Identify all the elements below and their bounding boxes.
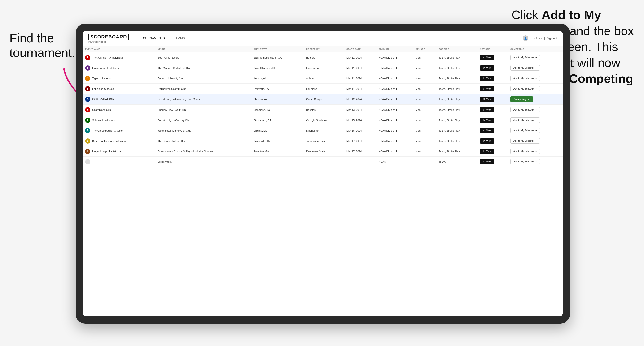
col-actions: ACTIONS xyxy=(478,46,508,52)
add-to-schedule-button[interactable]: Add to My Schedule + xyxy=(510,65,540,71)
sign-out-link[interactable]: Sign out xyxy=(547,37,557,40)
eye-icon: 👁 xyxy=(483,108,485,111)
gender-cell: Men xyxy=(413,136,436,146)
scoring-cell: Team, Stroke Play xyxy=(436,63,478,73)
hosted-by-cell: Binghamton xyxy=(304,125,344,136)
eye-icon: 👁 xyxy=(483,87,485,90)
col-scoring: SCORING xyxy=(436,46,478,52)
event-name: Schenkel Invitational xyxy=(92,119,116,122)
event-name: The Carpetbagger Classic xyxy=(92,129,122,132)
add-to-schedule-button[interactable]: Add to My Schedule + xyxy=(510,149,540,154)
hosted-by-cell: Auburn xyxy=(304,73,344,84)
competing-cell: Add to My Schedule + xyxy=(508,125,563,136)
eye-icon: 👁 xyxy=(483,67,485,69)
add-to-schedule-button[interactable]: Add to My Schedule + xyxy=(510,76,540,81)
add-to-schedule-button[interactable]: Add to My Schedule + xyxy=(510,159,540,164)
view-button[interactable]: 👁 View xyxy=(480,97,494,102)
city-state-cell: Saint Simons Island, GA xyxy=(251,52,304,63)
table-row: K Linger Longer Invitational Great Water… xyxy=(83,146,563,157)
tablet-screen: SCOREBOARD Powered by clippd TOURNAMENTS… xyxy=(83,31,563,317)
nav-tabs: TOURNAMENTS TEAMS xyxy=(136,34,190,42)
gender-cell: Men xyxy=(413,94,436,105)
add-to-schedule-button[interactable]: Add to My Schedule + xyxy=(510,117,540,123)
logo-text: SCOREBOARD xyxy=(88,33,129,40)
add-to-schedule-button[interactable]: Add to My Schedule + xyxy=(510,55,540,60)
team-logo: B xyxy=(85,128,90,133)
event-name: Lindenwood Invitational xyxy=(92,67,120,69)
gender-cell: Men xyxy=(413,105,436,115)
competing-button[interactable]: Competing ✓ xyxy=(510,96,533,102)
view-button[interactable]: 👁 View xyxy=(480,159,494,164)
team-logo: S xyxy=(85,118,90,123)
view-button[interactable]: 👁 View xyxy=(480,118,494,123)
city-state-cell: Lafayette, LA xyxy=(251,84,304,94)
competing-cell: Add to My Schedule + xyxy=(508,136,563,146)
table-row: B Bobby Nichols Intercollegiate The Sevi… xyxy=(83,136,563,146)
gender-cell: Men xyxy=(413,73,436,84)
scoring-cell: Team, Stroke Play xyxy=(436,105,478,115)
view-button[interactable]: 👁 View xyxy=(480,149,494,154)
view-button[interactable]: 👁 View xyxy=(480,55,494,60)
view-button[interactable]: 👁 View xyxy=(480,76,494,81)
view-button[interactable]: 👁 View xyxy=(480,107,494,112)
view-button[interactable]: 👁 View xyxy=(480,128,494,133)
hosted-by-cell: Houston xyxy=(304,105,344,115)
city-state-cell: Saint Charles, MO xyxy=(251,63,304,73)
add-to-schedule-button[interactable]: Add to My Schedule + xyxy=(510,128,540,133)
start-date-cell: Mar 13, 2024 xyxy=(344,105,376,115)
scoring-cell: Team, Stroke Play xyxy=(436,73,478,84)
col-hosted-by: HOSTED BY xyxy=(304,46,344,52)
division-cell: NCAA Division I xyxy=(376,125,413,136)
table-row: T Tiger Invitational Auburn University C… xyxy=(83,73,563,84)
add-to-schedule-button[interactable]: Add to My Schedule + xyxy=(510,86,540,91)
scoring-cell: Team, Stroke Play xyxy=(436,115,478,125)
view-button[interactable]: 👁 View xyxy=(480,86,494,91)
division-cell: NCAA Division I xyxy=(376,63,413,73)
scoring-cell: Team, Stroke Play xyxy=(436,136,478,146)
scoring-cell: Team, Stroke Play xyxy=(436,146,478,157)
start-date-cell xyxy=(344,157,376,167)
scoring-cell: Team, Stroke Play xyxy=(436,94,478,105)
hosted-by-cell xyxy=(304,157,344,167)
check-icon: ✓ xyxy=(528,98,530,101)
add-to-schedule-button[interactable]: Add to My Schedule + xyxy=(510,138,540,144)
division-cell: NCAA Division I xyxy=(376,146,413,157)
table-header-row: EVENT NAME VENUE CITY, STATE HOSTED BY S… xyxy=(83,46,563,52)
tab-tournaments[interactable]: TOURNAMENTS xyxy=(136,34,169,42)
event-name: The Johnnie - O Individual xyxy=(92,56,122,59)
col-venue: VENUE xyxy=(155,46,251,52)
competing-cell: Competing ✓ xyxy=(508,94,563,105)
division-cell: NCAA Division I xyxy=(376,94,413,105)
city-state-cell: Phoenix, AZ xyxy=(251,94,304,105)
competing-cell: Add to My Schedule + xyxy=(508,52,563,63)
city-state-cell: Eatonton, GA xyxy=(251,146,304,157)
gender-cell xyxy=(413,157,436,167)
view-button[interactable]: 👁 View xyxy=(480,138,494,144)
eye-icon: 👁 xyxy=(483,56,485,59)
hosted-by-cell: Rutgers xyxy=(304,52,344,63)
city-state-cell: Sevierville, TN xyxy=(251,136,304,146)
eye-icon: 👁 xyxy=(483,98,485,101)
start-date-cell: Mar 17, 2024 xyxy=(344,136,376,146)
add-to-schedule-button[interactable]: Add to My Schedule + xyxy=(510,107,540,112)
table-row: H Champions Cup Shadow Hawk Golf ClubRic… xyxy=(83,105,563,115)
hosted-by-cell: Louisiana xyxy=(304,84,344,94)
venue-cell: Brook Valley xyxy=(155,157,251,167)
city-state-cell xyxy=(251,157,304,167)
col-division: DIVISION xyxy=(376,46,413,52)
city-state-cell: Statesboro, GA xyxy=(251,115,304,125)
hosted-by-cell: Lindenwood xyxy=(304,63,344,73)
table-row: B The Carpetbagger Classic Worthington M… xyxy=(83,125,563,136)
actions-cell: 👁 View xyxy=(478,63,508,73)
gender-cell: Men xyxy=(413,52,436,63)
actions-cell: 👁 View xyxy=(478,52,508,63)
team-logo: L xyxy=(85,86,90,91)
event-name: Louisiana Classics xyxy=(92,87,114,90)
table-row: R The Johnnie - O Individual Sea Palms R… xyxy=(83,52,563,63)
scoring-cell: Team, Stroke Play xyxy=(436,84,478,94)
event-name-cell: S Schenkel Invitational xyxy=(83,115,155,125)
table-row: S Schenkel Invitational Forest Heights C… xyxy=(83,115,563,125)
view-button[interactable]: 👁 View xyxy=(480,65,494,71)
tab-teams[interactable]: TEAMS xyxy=(170,34,190,42)
venue-cell: Auburn University Club xyxy=(155,73,251,84)
